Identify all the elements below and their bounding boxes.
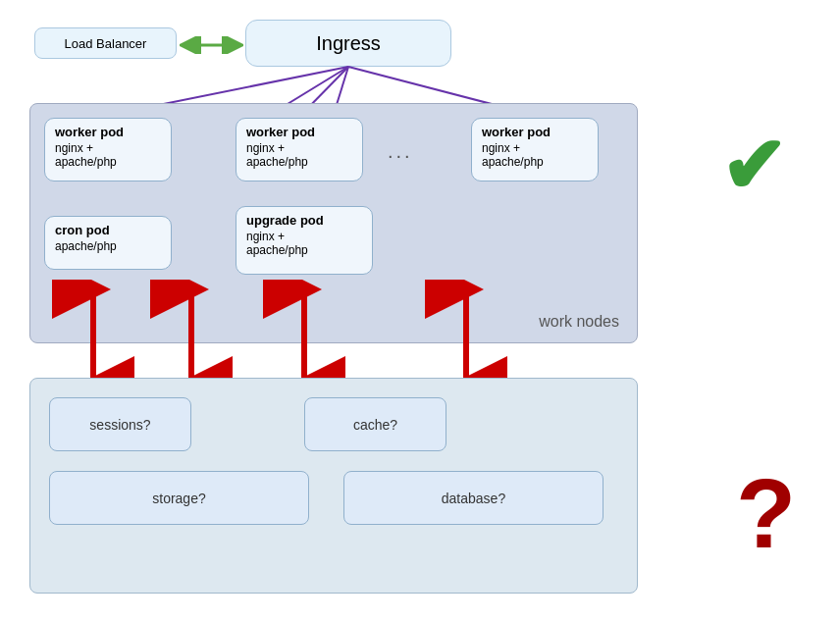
load-balancer-box: Load Balancer — [34, 27, 177, 59]
questionmark-icon: ? — [736, 464, 796, 562]
ingress-box: Ingress — [245, 20, 451, 67]
worker-pod-3-subtitle: nginx +apache/php — [482, 141, 588, 169]
ellipsis-label: ... — [388, 140, 413, 163]
worker-pod-2: worker pod nginx +apache/php — [236, 118, 363, 181]
worker-pod-3: worker pod nginx +apache/php — [471, 118, 599, 181]
upgrade-pod: upgrade pod nginx +apache/php — [236, 206, 373, 275]
cache-box: cache? — [304, 397, 446, 451]
cron-pod-title: cron pod — [55, 223, 161, 237]
storage-box: storage? — [49, 471, 309, 525]
database-label: database? — [442, 491, 505, 506]
sessions-label: sessions? — [89, 417, 150, 433]
worker-pod-3-title: worker pod — [482, 125, 588, 139]
green-arrow-icon — [180, 36, 243, 54]
worker-pod-1-title: worker pod — [55, 125, 161, 139]
diagram-container: Load Balancer Ingress — [20, 15, 677, 603]
sessions-box: sessions? — [49, 397, 191, 451]
checkmark-icon: ✔ — [720, 128, 786, 206]
worker-pod-2-title: worker pod — [246, 125, 352, 139]
upgrade-pod-subtitle: nginx +apache/php — [246, 230, 362, 257]
cron-pod: cron pod apache/php — [44, 216, 172, 270]
work-nodes-label: work nodes — [539, 313, 619, 331]
cron-pod-subtitle: apache/php — [55, 239, 161, 253]
storage-label: storage? — [152, 491, 205, 506]
worker-pod-1: worker pod nginx +apache/php — [44, 118, 172, 181]
worker-pod-2-subtitle: nginx +apache/php — [246, 141, 352, 169]
worker-pod-1-subtitle: nginx +apache/php — [55, 141, 161, 169]
lb-label: Load Balancer — [65, 36, 147, 51]
cache-label: cache? — [353, 417, 397, 433]
database-box: database? — [343, 471, 604, 525]
ingress-label: Ingress — [316, 32, 381, 55]
upgrade-pod-title: upgrade pod — [246, 213, 362, 228]
